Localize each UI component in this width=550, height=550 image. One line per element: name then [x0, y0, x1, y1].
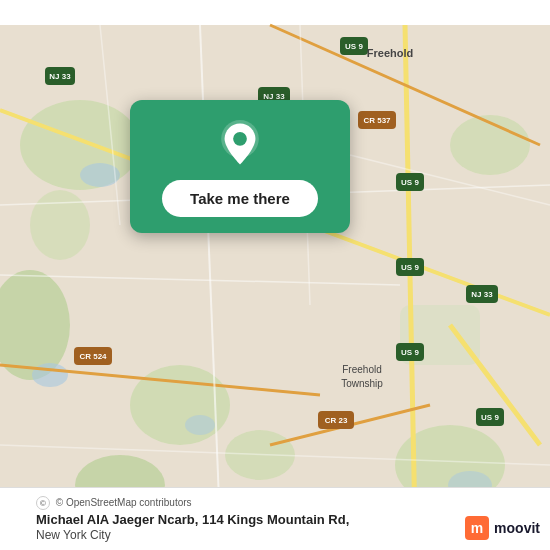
moovit-logo: m moovit [463, 514, 540, 542]
location-card: Take me there [130, 100, 350, 233]
svg-text:US 9: US 9 [345, 42, 363, 51]
svg-point-12 [185, 415, 215, 435]
svg-text:CR 524: CR 524 [79, 352, 107, 361]
svg-point-8 [30, 190, 90, 260]
take-me-there-button[interactable]: Take me there [162, 180, 318, 217]
svg-text:m: m [471, 520, 483, 536]
osm-credit: © © OpenStreetMap contributors [36, 496, 538, 510]
svg-text:Township: Township [341, 378, 383, 389]
map-svg: US 9 NJ 33 NJ 33 NJ 33 US 9 US 9 US 9 US… [0, 0, 550, 550]
svg-text:US 9: US 9 [401, 178, 419, 187]
svg-text:Freehold: Freehold [367, 47, 413, 59]
svg-point-1 [20, 100, 140, 190]
svg-text:NJ 33: NJ 33 [49, 72, 71, 81]
svg-point-11 [32, 363, 68, 387]
svg-text:US 9: US 9 [401, 348, 419, 357]
bottom-bar: © © OpenStreetMap contributors Michael A… [0, 487, 550, 550]
svg-text:US 9: US 9 [401, 263, 419, 272]
map-container: US 9 NJ 33 NJ 33 NJ 33 US 9 US 9 US 9 US… [0, 0, 550, 550]
svg-text:NJ 33: NJ 33 [471, 290, 493, 299]
svg-text:Freehold: Freehold [342, 364, 381, 375]
svg-text:CR 23: CR 23 [325, 416, 348, 425]
svg-point-53 [233, 132, 247, 146]
svg-text:US 9: US 9 [481, 413, 499, 422]
svg-text:CR 537: CR 537 [363, 116, 391, 125]
osm-credit-text: © OpenStreetMap contributors [56, 497, 192, 508]
moovit-text: moovit [494, 520, 540, 536]
location-pin-icon [216, 120, 264, 168]
osm-logo-icon: © [36, 496, 50, 510]
moovit-icon: m [463, 514, 491, 542]
